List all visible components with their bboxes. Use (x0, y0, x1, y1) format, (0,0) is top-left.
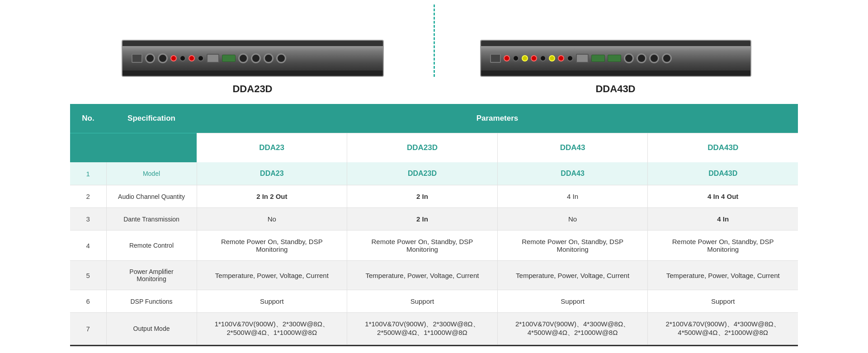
xlr-connector-2 (158, 53, 168, 63)
terminal-block-43b (608, 55, 621, 62)
rca-black-a3 (567, 55, 573, 61)
th-spec-empty (106, 133, 197, 163)
xlr-43-2 (637, 53, 646, 63)
spec-table: No. Specification Parameters DDA23 DDA23… (70, 104, 798, 345)
cell-dda43-2: No (497, 208, 648, 231)
cell-dda43-3: Remote Power On, Standby, DSP Monitoring (497, 231, 648, 261)
table-column-headers-row: DDA23 DDA23D DDA43 DDA43D (70, 133, 798, 163)
cell-spec-6: Output Mode (106, 313, 197, 345)
cell-spec-0: Model (106, 162, 197, 185)
ethernet-port-43 (576, 54, 589, 63)
cell-dda43d-6: 2*100V&70V(900W)、4*300W@8Ω、4*500W@4Ω、2*1… (648, 313, 798, 345)
product-block-dda43d: DDA43D (444, 40, 788, 95)
cell-dda23-3: Remote Power On, Standby, DSP Monitoring (197, 231, 347, 261)
product-images-section: DDA23D (0, 0, 868, 104)
cell-dda43d-2: 4 In (648, 208, 798, 231)
xlr-connector-4 (251, 53, 261, 63)
table-row: 7Output Mode1*100V&70V(900W)、2*300W@8Ω、2… (70, 313, 798, 345)
table-body: 1ModelDDA23DDA23DDDA43DDA43D2Audio Chann… (70, 162, 798, 345)
cell-dda23d-2: 2 In (347, 208, 498, 231)
rca-yellow-a1 (522, 55, 528, 61)
cell-spec-5: DSP Functions (106, 290, 197, 313)
table-row: 4Remote ControlRemote Power On, Standby,… (70, 231, 798, 261)
th-dda23d: DDA23D (347, 133, 498, 163)
spec-table-container: No. Specification Parameters DDA23 DDA23… (0, 104, 868, 353)
xlr-43-1 (624, 53, 634, 63)
product-block-dda23d: DDA23D (81, 40, 425, 95)
iec-connector (132, 54, 142, 63)
cell-dda43d-1: 4 In 4 Out (648, 185, 798, 208)
cell-dda43-6: 2*100V&70V(900W)、4*300W@8Ω、4*500W@4Ω、2*1… (497, 313, 648, 345)
cell-no-5: 6 (70, 290, 106, 313)
terminal-block (222, 55, 236, 62)
cell-dda43-0: DDA43 (497, 162, 648, 185)
th-specification: Specification (106, 104, 197, 133)
cell-dda23d-0: DDA23D (347, 162, 498, 185)
cell-no-2: 3 (70, 208, 106, 231)
cell-spec-4: Power Amplifier Monitoring (106, 261, 197, 290)
cell-dda23-2: No (197, 208, 347, 231)
rca-yellow-a2 (549, 55, 555, 61)
cell-no-0: 1 (70, 162, 106, 185)
cell-no-3: 4 (70, 231, 106, 261)
rca-red-2 (189, 55, 195, 61)
cell-dda23d-5: Support (347, 290, 498, 313)
cell-dda43d-0: DDA43D (648, 162, 798, 185)
table-row: 5Power Amplifier MonitoringTemperature, … (70, 261, 798, 290)
xlr-connector-5 (264, 53, 274, 63)
rca-red-a3 (558, 55, 564, 61)
th-no-empty (70, 133, 106, 163)
th-dda23: DDA23 (197, 133, 347, 163)
dda43d-image (480, 40, 751, 77)
product-name-dda43d: DDA43D (595, 83, 635, 95)
table-row: 3Dante TransmissionNo2 InNo4 In (70, 208, 798, 231)
rca-black-1 (179, 55, 186, 61)
iec-connector-43 (490, 54, 501, 63)
cell-no-1: 2 (70, 185, 106, 208)
cell-dda43-1: 4 In (497, 185, 648, 208)
rca-black-a2 (540, 55, 546, 61)
cell-dda43d-4: Temperature, Power, Voltage, Current (648, 261, 798, 290)
product-name-dda23d: DDA23D (232, 83, 272, 95)
rca-red-a1 (504, 55, 510, 61)
th-parameters: Parameters (197, 104, 798, 133)
vertical-divider (434, 5, 435, 77)
rca-red-a2 (531, 55, 537, 61)
rca-red-1 (170, 55, 177, 61)
cell-no-4: 5 (70, 261, 106, 290)
xlr-43-3 (649, 53, 659, 63)
table-bottom-border (70, 345, 798, 346)
rca-black-2 (198, 55, 204, 61)
cell-dda23-5: Support (197, 290, 347, 313)
table-row: 6DSP FunctionsSupportSupportSupportSuppo… (70, 290, 798, 313)
xlr-connector-1 (145, 53, 155, 63)
cell-dda23-6: 1*100V&70V(900W)、2*300W@8Ω、2*500W@4Ω、1*1… (197, 313, 347, 345)
cell-dda43-5: Support (497, 290, 648, 313)
cell-dda23d-3: Remote Power On, Standby, DSP Monitoring (347, 231, 498, 261)
cell-no-6: 7 (70, 313, 106, 345)
cell-dda23d-4: Temperature, Power, Voltage, Current (347, 261, 498, 290)
cell-dda43-4: Temperature, Power, Voltage, Current (497, 261, 648, 290)
cell-dda23d-1: 2 In (347, 185, 498, 208)
cell-spec-2: Dante Transmission (106, 208, 197, 231)
xlr-43-4 (662, 53, 672, 63)
cell-dda43d-3: Remote Power On, Standby, DSP Monitoring (648, 231, 798, 261)
cell-dda23-4: Temperature, Power, Voltage, Current (197, 261, 347, 290)
xlr-connector-6 (276, 53, 286, 63)
cell-dda23-0: DDA23 (197, 162, 347, 185)
rca-black-a1 (513, 55, 519, 61)
th-dda43d: DDA43D (648, 133, 798, 163)
dda23d-image (122, 40, 384, 77)
ethernet-port (207, 54, 219, 63)
cell-spec-1: Audio Channel Quantity (106, 185, 197, 208)
terminal-block-43a (591, 55, 605, 62)
xlr-connector-3 (238, 53, 248, 63)
cell-dda43d-5: Support (648, 290, 798, 313)
cell-dda23d-6: 1*100V&70V(900W)、2*300W@8Ω、2*500W@4Ω、1*1… (347, 313, 498, 345)
th-no: No. (70, 104, 106, 133)
th-dda43: DDA43 (497, 133, 648, 163)
table-row: 2Audio Channel Quantity2 In 2 Out2 In4 I… (70, 185, 798, 208)
table-row: 1ModelDDA23DDA23DDDA43DDA43D (70, 162, 798, 185)
cell-spec-3: Remote Control (106, 231, 197, 261)
table-header-row: No. Specification Parameters (70, 104, 798, 133)
